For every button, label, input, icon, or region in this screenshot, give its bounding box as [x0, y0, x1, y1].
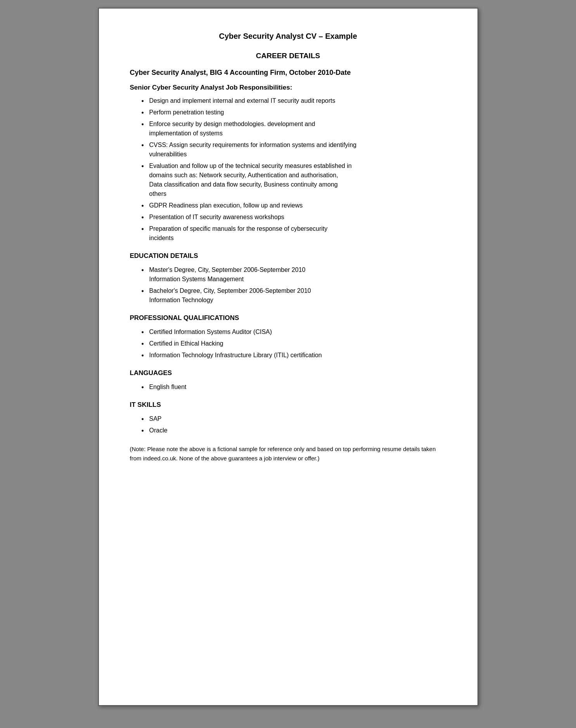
list-item: Preparation of specific manuals for the …: [142, 224, 446, 243]
career-details-section: CAREER DETAILS Cyber Security Analyst, B…: [130, 52, 446, 243]
qualifications-section: PROFESSIONAL QUALIFICATIONS Certified In…: [130, 314, 446, 360]
cv-page: Cyber Security Analyst CV – Example CARE…: [98, 8, 478, 706]
responsibilities-heading: Senior Cyber Security Analyst Job Respon…: [130, 84, 446, 92]
list-item: Enforce security by design methodologies…: [142, 119, 446, 138]
list-item: Evaluation and follow up of the technica…: [142, 161, 446, 199]
list-item: GDPR Readiness plan execution, follow up…: [142, 201, 446, 210]
languages-section: LANGUAGES English fluent: [130, 369, 446, 392]
education-heading: EDUCATION DETAILS: [130, 252, 446, 260]
education-section: EDUCATION DETAILS Master's Degree, City,…: [130, 252, 446, 305]
languages-list: English fluent: [130, 382, 446, 392]
list-item: Bachelor's Degree, City, September 2006-…: [142, 286, 446, 305]
list-item: Certified in Ethical Hacking: [142, 339, 446, 348]
responsibilities-list: Design and implement internal and extern…: [130, 96, 446, 243]
note-text: (Note: Please note the above is a fictio…: [130, 444, 446, 463]
list-item: Presentation of IT security awareness wo…: [142, 213, 446, 222]
languages-heading: LANGUAGES: [130, 369, 446, 377]
list-item: CVSS: Assign security requirements for i…: [142, 140, 446, 159]
list-item: Master's Degree, City, September 2006-Se…: [142, 265, 446, 284]
it-skills-heading: IT SKILLS: [130, 401, 446, 409]
it-skills-list: SAP Oracle: [130, 414, 446, 435]
education-list: Master's Degree, City, September 2006-Se…: [130, 265, 446, 305]
list-item: English fluent: [142, 382, 446, 392]
page-title: Cyber Security Analyst CV – Example: [130, 32, 446, 41]
list-item: SAP: [142, 414, 446, 424]
qualifications-heading: PROFESSIONAL QUALIFICATIONS: [130, 314, 446, 322]
it-skills-section: IT SKILLS SAP Oracle: [130, 401, 446, 435]
career-details-heading: CAREER DETAILS: [130, 52, 446, 60]
job-title: Cyber Security Analyst, BIG 4 Accounting…: [130, 69, 446, 77]
list-item: Oracle: [142, 426, 446, 435]
qualifications-list: Certified Information Systems Auditor (C…: [130, 327, 446, 360]
list-item: Perform penetration testing: [142, 108, 446, 117]
list-item: Certified Information Systems Auditor (C…: [142, 327, 446, 337]
list-item: Information Technology Infrastructure Li…: [142, 351, 446, 360]
list-item: Design and implement internal and extern…: [142, 96, 446, 105]
